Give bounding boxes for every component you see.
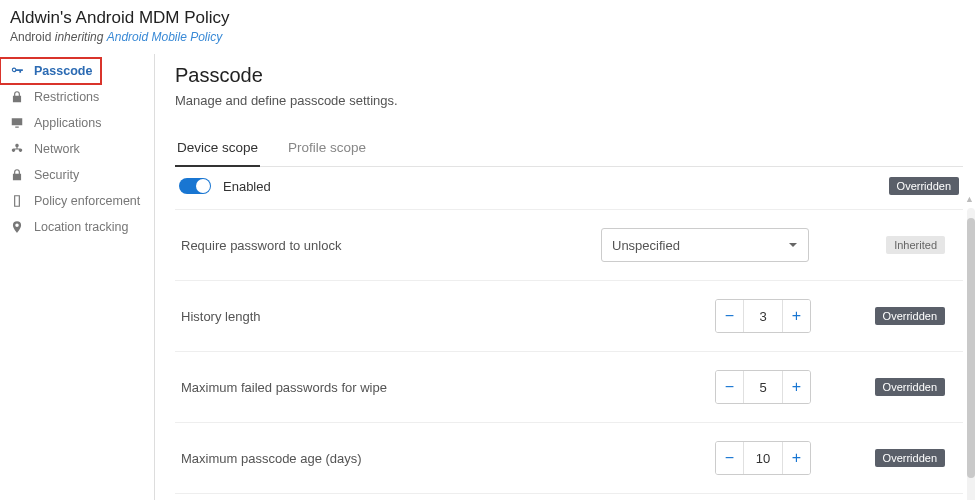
setting-label: History length — [181, 309, 601, 324]
require-password-select[interactable]: Unspecified — [601, 228, 809, 262]
stepper-minus-button[interactable]: − — [716, 300, 744, 332]
sidebar-item-label: Passcode — [34, 64, 92, 78]
sidebar-item-label: Location tracking — [34, 220, 129, 234]
max-age-stepper: − + — [715, 441, 811, 475]
history-length-input[interactable] — [744, 300, 782, 332]
setting-label: Maximum failed passwords for wipe — [181, 380, 601, 395]
inherit-word: inheriting — [55, 30, 104, 44]
section-description: Manage and define passcode settings. — [175, 93, 963, 108]
enabled-row: Enabled Overridden — [175, 167, 963, 210]
stepper-plus-button[interactable]: + — [782, 300, 810, 332]
sidebar-item-security[interactable]: Security — [0, 162, 154, 188]
sidebar-item-label: Applications — [34, 116, 101, 130]
sidebar-item-label: Policy enforcement — [34, 194, 140, 208]
stepper-plus-button[interactable]: + — [782, 442, 810, 474]
device-icon — [10, 194, 24, 208]
parent-policy-link[interactable]: Android Mobile Policy — [107, 30, 222, 44]
settings-list: Require password to unlock Unspecified I… — [175, 210, 963, 500]
location-icon — [10, 220, 24, 234]
max-failed-stepper: − + — [715, 370, 811, 404]
sidebar: Passcode Restrictions Applications Netwo… — [0, 54, 155, 500]
status-badge: Inherited — [886, 236, 945, 254]
setting-row-require-password: Require password to unlock Unspecified I… — [175, 210, 963, 281]
setting-row-password-quality: Password quality High complexity Overrid… — [175, 494, 963, 500]
select-value: Unspecified — [612, 238, 680, 253]
sidebar-item-network[interactable]: Network — [0, 136, 154, 162]
sidebar-item-location-tracking[interactable]: Location tracking — [0, 214, 154, 240]
setting-row-max-failed: Maximum failed passwords for wipe − + Ov… — [175, 352, 963, 423]
chevron-down-icon — [788, 238, 798, 253]
status-badge: Overridden — [889, 177, 959, 195]
network-icon — [10, 142, 24, 156]
max-age-input[interactable] — [744, 442, 782, 474]
scroll-up-icon: ▲ — [965, 194, 974, 204]
setting-row-history-length: History length − + Overridden — [175, 281, 963, 352]
page-header: Aldwin's Android MDM Policy Android inhe… — [0, 0, 975, 54]
sidebar-item-restrictions[interactable]: Restrictions — [0, 84, 154, 110]
lock-icon — [10, 168, 24, 182]
setting-label: Require password to unlock — [181, 238, 601, 253]
platform-label: Android — [10, 30, 51, 44]
setting-label: Maximum passcode age (days) — [181, 451, 601, 466]
stepper-minus-button[interactable]: − — [716, 371, 744, 403]
enabled-label: Enabled — [223, 179, 271, 194]
main-panel: Passcode Manage and define passcode sett… — [155, 54, 975, 500]
monitor-icon — [10, 116, 24, 130]
scrollbar[interactable] — [967, 208, 975, 500]
sidebar-item-policy-enforcement[interactable]: Policy enforcement — [0, 188, 154, 214]
setting-row-max-age: Maximum passcode age (days) − + Overridd… — [175, 423, 963, 494]
breadcrumb: Android inheriting Android Mobile Policy — [10, 30, 965, 44]
stepper-plus-button[interactable]: + — [782, 371, 810, 403]
tab-device-scope[interactable]: Device scope — [175, 132, 260, 167]
scrollbar-thumb[interactable] — [967, 218, 975, 478]
max-failed-input[interactable] — [744, 371, 782, 403]
sidebar-item-passcode[interactable]: Passcode — [0, 58, 101, 84]
key-icon — [10, 64, 24, 78]
enabled-toggle[interactable] — [179, 178, 211, 194]
history-length-stepper: − + — [715, 299, 811, 333]
sidebar-item-label: Network — [34, 142, 80, 156]
tab-profile-scope[interactable]: Profile scope — [286, 132, 368, 166]
lock-icon — [10, 90, 24, 104]
stepper-minus-button[interactable]: − — [716, 442, 744, 474]
sidebar-item-label: Restrictions — [34, 90, 99, 104]
page-title: Aldwin's Android MDM Policy — [10, 8, 965, 28]
section-title: Passcode — [175, 64, 963, 87]
sidebar-item-applications[interactable]: Applications — [0, 110, 154, 136]
status-badge: Overridden — [875, 307, 945, 325]
status-badge: Overridden — [875, 449, 945, 467]
scope-tabs: Device scope Profile scope — [175, 132, 963, 167]
status-badge: Overridden — [875, 378, 945, 396]
sidebar-item-label: Security — [34, 168, 79, 182]
